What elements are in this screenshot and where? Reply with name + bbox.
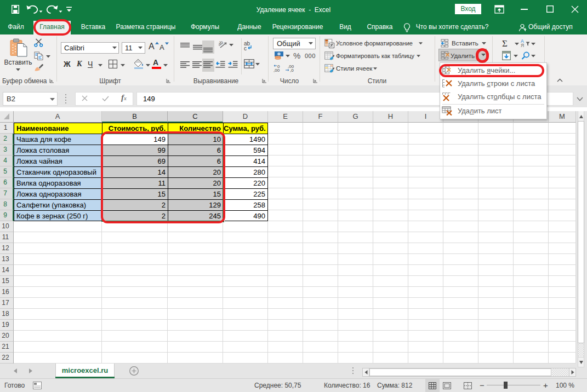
- svg-text:,00: ,00: [273, 68, 280, 72]
- svg-text:c: c: [244, 45, 247, 51]
- svg-text:Я: Я: [521, 43, 524, 48]
- svg-text:ab: ab: [219, 40, 224, 47]
- svg-text:,0: ,0: [290, 68, 294, 72]
